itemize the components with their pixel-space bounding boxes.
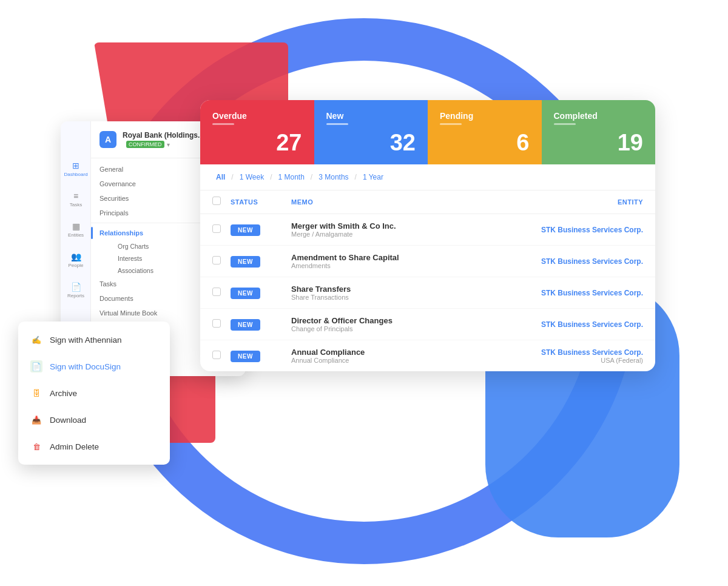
pending-count: 6 xyxy=(440,130,530,156)
row-1-entity-name: STK Business Services Corp. xyxy=(510,226,643,234)
row-4-status: NEW xyxy=(231,318,291,331)
row-5-memo-sub: Annual Compliance xyxy=(291,357,510,364)
pending-label: Pending xyxy=(440,111,530,121)
context-menu: ✍ Sign with Athennian 📄 Sign with DocuSi… xyxy=(18,322,170,465)
completed-count: 19 xyxy=(554,130,644,156)
dropdown-arrow[interactable]: ▾ xyxy=(167,141,170,148)
filter-sep-2: / xyxy=(270,173,272,181)
row-5-entity-sub: USA (Federal) xyxy=(510,357,643,364)
download-icon: 📥 xyxy=(30,414,42,426)
row-3-entity-name: STK Business Services Corp. xyxy=(510,289,643,297)
pending-underline xyxy=(440,123,462,125)
dashboard-icon: ⊞ xyxy=(72,161,79,170)
table: STATUS MEMO ENTITY NEW Merger with Smith… xyxy=(200,190,655,371)
table-row[interactable]: NEW Annual Compliance Annual Compliance … xyxy=(200,340,655,371)
table-row[interactable]: NEW Director & Officer Changes Change of… xyxy=(200,309,655,340)
filter-1month[interactable]: 1 Month xyxy=(275,172,308,183)
menu-item-sign-docusign[interactable]: 📄 Sign with DocuSign xyxy=(18,353,170,380)
filter-all[interactable]: All xyxy=(212,172,229,183)
filter-sep-4: / xyxy=(355,173,357,181)
sidebar-icon-entities[interactable]: ▦ Entities xyxy=(65,218,87,240)
sidebar-icon-tasks[interactable]: ≡ Tasks xyxy=(65,188,87,210)
row-3-checkbox[interactable] xyxy=(212,288,221,296)
row-1-check xyxy=(212,224,231,235)
athennian-label: Sign with Athennian xyxy=(50,335,122,345)
row-3-status-badge: NEW xyxy=(231,288,260,299)
menu-item-download[interactable]: 📥 Download xyxy=(18,406,170,433)
row-1-memo-sub: Merge / Amalgamate xyxy=(291,231,510,238)
row-5-checkbox[interactable] xyxy=(212,351,221,359)
delete-label: Admin Delete xyxy=(50,442,99,451)
entities-icon: ▦ xyxy=(72,221,80,231)
row-3-memo-sub: Share Transactions xyxy=(291,294,510,301)
row-1-memo: Merger with Smith & Co Inc. Merge / Amal… xyxy=(291,221,510,238)
header-checkbox-col xyxy=(212,197,231,207)
download-label: Download xyxy=(50,416,86,425)
main-panel: Overdue 27 New 32 Pending 6 Completed 19… xyxy=(200,100,655,371)
filter-row: All / 1 Week / 1 Month / 3 Months / 1 Ye… xyxy=(200,164,655,190)
archive-icon: 🗄 xyxy=(30,387,42,399)
stat-card-new[interactable]: New 32 xyxy=(314,100,428,164)
table-row[interactable]: NEW Share Transfers Share Transactions S… xyxy=(200,277,655,309)
row-1-memo-title: Merger with Smith & Co Inc. xyxy=(291,221,510,231)
row-1-status-badge: NEW xyxy=(231,224,260,236)
securities-label: Securities xyxy=(99,195,129,202)
row-2-checkbox[interactable] xyxy=(212,256,221,264)
tasks-label: Tasks xyxy=(70,202,82,207)
relationships-label: Relationships xyxy=(99,229,143,237)
menu-item-sign-athennian[interactable]: ✍ Sign with Athennian xyxy=(18,326,170,353)
overdue-label: Overdue xyxy=(212,111,302,121)
overdue-count: 27 xyxy=(212,130,302,156)
sidebar-icon-people[interactable]: 👥 People xyxy=(65,249,87,271)
docusign-label: Sign with DocuSign xyxy=(50,362,121,371)
col-header-memo: MEMO xyxy=(291,198,510,206)
table-row[interactable]: NEW Merger with Smith & Co Inc. Merge / … xyxy=(200,214,655,246)
row-2-status: NEW xyxy=(231,255,291,268)
stat-card-pending[interactable]: Pending 6 xyxy=(428,100,542,164)
completed-underline xyxy=(554,123,576,125)
row-5-status: NEW xyxy=(231,350,291,362)
row-5-status-badge: NEW xyxy=(231,351,260,362)
stats-row: Overdue 27 New 32 Pending 6 Completed 19 xyxy=(200,100,655,164)
row-4-check xyxy=(212,319,231,330)
docusign-icon: 📄 xyxy=(30,360,42,372)
org-badge: CONFIRMED xyxy=(126,141,164,148)
reports-label: Reports xyxy=(67,293,84,298)
active-indicator xyxy=(91,227,93,239)
menu-item-admin-delete[interactable]: 🗑 Admin Delete xyxy=(18,433,170,460)
filter-3months[interactable]: 3 Months xyxy=(315,172,352,183)
filter-1week[interactable]: 1 Week xyxy=(236,172,268,183)
row-2-entity: STK Business Services Corp. xyxy=(510,257,643,266)
row-1-checkbox[interactable] xyxy=(212,224,221,233)
row-3-entity: STK Business Services Corp. xyxy=(510,289,643,297)
row-3-check xyxy=(212,288,231,298)
sidebar-icon-reports[interactable]: 📄 Reports xyxy=(65,279,87,301)
overdue-underline xyxy=(212,123,234,125)
sidebar-icon-column: ⊞ Dashboard ≡ Tasks ▦ Entities 👥 People … xyxy=(61,158,91,301)
athennian-icon: ✍ xyxy=(30,334,42,346)
row-4-entity: STK Business Services Corp. xyxy=(510,320,643,329)
row-2-check xyxy=(212,256,231,267)
sidebar-icon-dashboard[interactable]: ⊞ Dashboard xyxy=(65,158,87,180)
row-5-memo: Annual Compliance Annual Compliance xyxy=(291,348,510,364)
row-5-check xyxy=(212,351,231,362)
principals-label: Principals xyxy=(99,209,129,217)
row-2-status-badge: NEW xyxy=(231,256,260,268)
row-2-memo: Amendment to Share Capital Amendments xyxy=(291,253,510,269)
table-row[interactable]: NEW Amendment to Share Capital Amendment… xyxy=(200,246,655,277)
row-4-checkbox[interactable] xyxy=(212,319,221,328)
vmb-label: Virtual Minute Book xyxy=(99,309,157,317)
entities-label: Entities xyxy=(68,232,84,238)
reports-icon: 📄 xyxy=(71,282,81,292)
header-checkbox[interactable] xyxy=(212,197,221,205)
filter-1year[interactable]: 1 Year xyxy=(359,172,387,183)
row-3-memo: Share Transfers Share Transactions xyxy=(291,285,510,301)
row-5-entity: STK Business Services Corp. USA (Federal… xyxy=(510,348,643,364)
row-2-memo-sub: Amendments xyxy=(291,262,510,269)
stat-card-overdue[interactable]: Overdue 27 xyxy=(200,100,314,164)
row-2-entity-name: STK Business Services Corp. xyxy=(510,257,643,266)
stat-card-completed[interactable]: Completed 19 xyxy=(542,100,656,164)
row-5-entity-name: STK Business Services Corp. xyxy=(510,348,643,357)
delete-icon: 🗑 xyxy=(30,440,42,453)
menu-item-archive[interactable]: 🗄 Archive xyxy=(18,380,170,406)
